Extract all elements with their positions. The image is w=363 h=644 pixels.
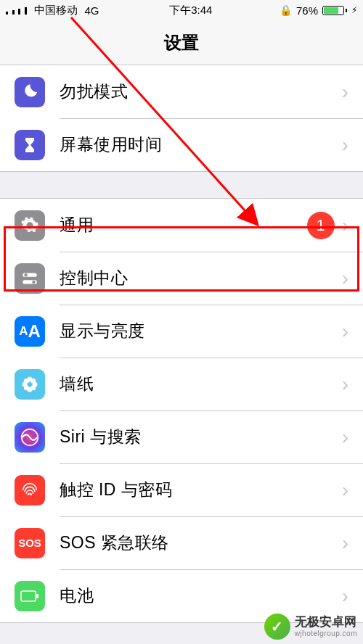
chevron-right-icon: ›	[342, 373, 348, 396]
row-wallpaper[interactable]: 墙纸 ›	[0, 358, 363, 410]
row-dnd[interactable]: 勿扰模式 ›	[0, 65, 363, 118]
row-screentime[interactable]: 屏幕使用时间 ›	[0, 118, 363, 171]
row-siri[interactable]: Siri 与搜索 ›	[0, 410, 363, 463]
chevron-right-icon: ›	[342, 426, 348, 449]
row-touchid[interactable]: 触控 ID 与密码 ›	[0, 463, 363, 516]
chevron-right-icon: ›	[342, 80, 348, 104]
battery-fill	[324, 7, 338, 14]
svg-point-11	[30, 385, 36, 390]
chevron-right-icon: ›	[342, 133, 348, 157]
orientation-lock-icon: 🔒	[280, 4, 292, 16]
hourglass-icon	[15, 130, 45, 160]
row-label: Siri 与搜索	[60, 426, 342, 448]
row-display[interactable]: AA 显示与亮度 ›	[0, 305, 363, 358]
status-bar: 中国移动 4G 下午3:44 🔒 76% ⚡︎	[0, 0, 363, 20]
notification-badge: 1	[307, 212, 335, 239]
signal-icon	[6, 6, 30, 15]
settings-group-1: 勿扰模式 › 屏幕使用时间 ›	[0, 65, 363, 172]
sos-icon: SOS	[15, 528, 45, 558]
status-right: 🔒 76% ⚡︎	[280, 4, 357, 17]
watermark-title: 无极安卓网	[295, 616, 357, 629]
flower-icon	[15, 369, 45, 400]
chevron-right-icon: ›	[342, 267, 348, 290]
page-title: 设置	[164, 31, 199, 54]
battery-percent: 76%	[296, 4, 318, 17]
settings-group-2: 通用 1 › 控制中心 › AA 显示与亮度 › 墙纸 › Siri 与搜索 ›…	[0, 198, 363, 623]
chevron-right-icon: ›	[342, 214, 348, 237]
row-label: 显示与亮度	[60, 320, 342, 342]
watermark-url: wjhotelgroup.com	[295, 629, 357, 637]
chevron-right-icon: ›	[342, 585, 348, 608]
battery-icon	[322, 6, 347, 15]
status-time: 下午3:44	[169, 4, 212, 17]
battery-icon	[15, 581, 45, 611]
row-control-center[interactable]: 控制中心 ›	[0, 252, 363, 305]
svg-point-9	[30, 378, 36, 383]
gear-icon	[15, 210, 45, 241]
status-left: 中国移动 4G	[6, 4, 102, 17]
row-label: 电池	[60, 585, 342, 607]
row-label: 墙纸	[60, 373, 342, 395]
moon-icon	[15, 77, 45, 107]
toggles-icon	[15, 263, 45, 294]
watermark-check-icon: ✓	[264, 614, 290, 640]
text-size-icon: AA	[15, 316, 45, 347]
watermark: ✓ 无极安卓网 wjhotelgroup.com	[264, 614, 357, 640]
row-sos[interactable]: SOS SOS 紧急联络 ›	[0, 516, 363, 569]
svg-point-1	[24, 273, 27, 276]
svg-point-12	[28, 382, 32, 386]
network-label: 4G	[85, 4, 99, 17]
svg-point-8	[24, 378, 29, 383]
svg-point-10	[24, 385, 29, 390]
chevron-right-icon: ›	[342, 479, 348, 502]
svg-rect-15	[36, 594, 38, 598]
nav-header: 设置	[0, 20, 363, 65]
fingerprint-icon	[15, 475, 45, 505]
svg-point-3	[32, 280, 35, 283]
row-label: 屏幕使用时间	[60, 133, 342, 156]
row-general[interactable]: 通用 1 ›	[0, 199, 363, 252]
chevron-right-icon: ›	[342, 532, 348, 555]
row-label: 勿扰模式	[60, 80, 342, 103]
row-label: 通用	[60, 214, 307, 236]
row-label: 触控 ID 与密码	[60, 479, 342, 501]
siri-icon	[15, 422, 45, 453]
svg-rect-14	[21, 591, 36, 601]
chevron-right-icon: ›	[342, 320, 348, 343]
row-label: 控制中心	[60, 267, 342, 289]
row-label: SOS 紧急联络	[60, 532, 342, 554]
charging-icon: ⚡︎	[351, 5, 357, 15]
carrier-label: 中国移动	[34, 4, 78, 17]
